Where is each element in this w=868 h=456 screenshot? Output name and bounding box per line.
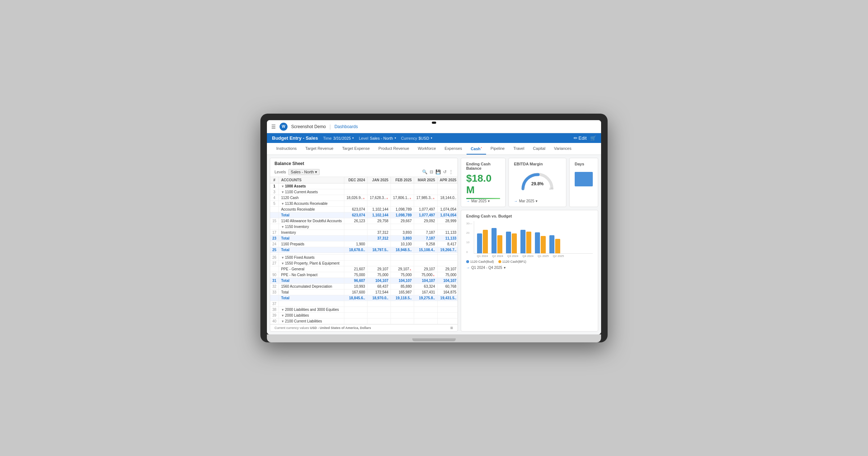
balance-sheet-title: Balance Sheet bbox=[270, 158, 458, 168]
app-name: Screenshot Demo bbox=[291, 124, 326, 129]
table-row: 26 ▼1500 Fixed Assets bbox=[270, 254, 458, 260]
table-row: 24 1160 Prepaids 1,900 10,100 9,258 8,41… bbox=[270, 241, 458, 247]
page-title: Budget Entry - Sales bbox=[272, 135, 318, 141]
ending-cash-card: Ending Cash Balance $18.0 M → Mar 2025 ▾ bbox=[461, 158, 506, 207]
level-filter[interactable]: Level Sales - North ▾ bbox=[359, 136, 396, 140]
ebitda-title: EBITDA Margin bbox=[514, 162, 561, 166]
ending-cash-period[interactable]: Mar 2025 bbox=[471, 199, 486, 203]
cash-area bbox=[466, 196, 500, 199]
gauge-svg: 29.8% 0 100 bbox=[519, 170, 556, 191]
tab-target-revenue[interactable]: Target Revenue bbox=[301, 143, 338, 154]
ebitda-chevron: ▾ bbox=[536, 199, 537, 203]
bar-cash-bp1-q2-2024[interactable] bbox=[497, 235, 502, 253]
level-value: Sales - North bbox=[370, 136, 393, 140]
bar-cash-bud-q1-2024[interactable] bbox=[477, 233, 482, 253]
tab-dot: • bbox=[481, 146, 482, 149]
chart-footer: → Q1 2024 - Q4 2025 ▾ bbox=[466, 266, 593, 270]
period-chevron: ▾ bbox=[488, 199, 490, 203]
ebitda-period[interactable]: Mar 2025 bbox=[519, 199, 534, 203]
tab-workforce[interactable]: Workforce bbox=[413, 143, 440, 154]
table-row: 38 ▼2000 Liabilities and 3000 Equities bbox=[270, 307, 458, 312]
tab-pipeline[interactable]: Pipeline bbox=[486, 143, 509, 154]
save-icon[interactable]: 💾 bbox=[435, 169, 441, 174]
table-row: 37 bbox=[270, 301, 458, 307]
arrow-icon: → bbox=[466, 199, 470, 203]
laptop-frame: ☰ W Screenshot Demo | Dashboards Budget … bbox=[260, 114, 608, 342]
levels-dropdown[interactable]: Sales - North ▾ bbox=[288, 169, 320, 175]
bar-cash-bud-q1-2025[interactable] bbox=[535, 232, 540, 253]
currency-value: $USD bbox=[418, 136, 429, 140]
table-row: Total 18,845.6.. 18,970.0.. 19,118.5.. 1… bbox=[270, 295, 458, 301]
balance-sheet-toolbar: Levels Sales - North ▾ 🔍 ⊟ 💾 ↺ ⋮ bbox=[270, 168, 458, 177]
hamburger-menu[interactable]: ☰ bbox=[271, 124, 276, 130]
time-value: 3/31/2025 bbox=[333, 136, 351, 140]
pencil-icon: ✏ bbox=[574, 135, 578, 141]
dashboards-link[interactable]: Dashboards bbox=[335, 124, 358, 129]
bar-cash-bud-q3-2024[interactable] bbox=[506, 232, 511, 253]
y-label-10: 10 bbox=[466, 241, 472, 244]
currency-footer-label: Current currency values USD - United Sta… bbox=[275, 326, 371, 330]
chart-period[interactable]: Q1 2024 - Q4 2025 bbox=[471, 266, 502, 270]
tab-expenses[interactable]: Expenses bbox=[440, 143, 466, 154]
table-row: Accounts Receivable 623,074 1,102,144 1,… bbox=[270, 206, 458, 212]
y-label-30: 30— bbox=[466, 222, 472, 225]
tab-target-expense[interactable]: Target Expense bbox=[338, 143, 374, 154]
bar-cash-bp1-q4-2024[interactable] bbox=[526, 232, 531, 253]
legend-dot-blue bbox=[466, 260, 469, 263]
refresh-icon[interactable]: ↺ bbox=[443, 169, 447, 174]
bar-cash-bp1-q2-2025[interactable] bbox=[555, 239, 560, 253]
col-apr2025: APR 2025 bbox=[437, 177, 458, 183]
nav-separator: | bbox=[329, 124, 331, 130]
table-row: 33 Total 167,600 172,544 165,987 167,431… bbox=[270, 289, 458, 295]
bar-cash-bp1-q1-2024[interactable] bbox=[483, 230, 488, 253]
table-row: 17 Inventory 37,312 3,893 7,187 11,133 bbox=[270, 229, 458, 235]
chart-arrow: → bbox=[466, 266, 470, 270]
header-bar: Budget Entry - Sales Time 3/31/2025 ▾ Le… bbox=[267, 133, 601, 143]
toolbar-icons: 🔍 ⊟ 💾 ↺ ⋮ bbox=[422, 169, 453, 174]
bar-cash-bud-q2-2025[interactable] bbox=[549, 235, 554, 253]
currency-filter[interactable]: Currency $USD ▾ bbox=[401, 136, 432, 140]
table-row: Total 623,074 1,102,144 1,098,789 1,077,… bbox=[270, 212, 458, 218]
tab-product-revenue[interactable]: Product Revenue bbox=[374, 143, 413, 154]
balance-table: # ACCOUNTS DEC 2024 JAN 2025 FEB 2025 MA… bbox=[270, 177, 458, 324]
level-label: Level bbox=[359, 136, 368, 140]
x-label-q1-2025: Q1 2025 bbox=[537, 254, 549, 258]
chart-inner: Q1 2024 Q2 2024 Q3 2024 Q4 2024 Q1 2025 … bbox=[474, 221, 593, 258]
col-dec2024: DEC 2024 bbox=[344, 177, 367, 183]
tab-cash[interactable]: Cash• bbox=[467, 143, 486, 155]
bar-cash-bp1-q1-2025[interactable] bbox=[541, 236, 546, 253]
more-icon[interactable]: ⋮ bbox=[449, 169, 453, 174]
level-chevron: ▾ bbox=[395, 136, 396, 140]
bar-group-q1-2024 bbox=[477, 230, 488, 253]
x-label-q4-2024: Q4 2024 bbox=[522, 254, 534, 258]
edit-button[interactable]: ✏ Edit bbox=[574, 135, 587, 141]
bar-cash-bud-q4-2024[interactable] bbox=[520, 230, 526, 253]
legend-cash-bp1: 1120 Cash(BP1) bbox=[498, 260, 527, 263]
levels-chevron: ▾ bbox=[315, 170, 317, 174]
table-row: 90 PPE - No Cash Impact 75,000 75,000 75… bbox=[270, 272, 458, 278]
x-label-q2-2024: Q2 2024 bbox=[492, 254, 503, 258]
tab-travel[interactable]: Travel bbox=[509, 143, 528, 154]
tab-capital[interactable]: Capital bbox=[529, 143, 550, 154]
col-jan2025: JAN 2025 bbox=[367, 177, 391, 183]
x-label-q2-2025: Q2 2025 bbox=[553, 254, 564, 258]
filter-icon[interactable]: ⊟ bbox=[430, 169, 433, 174]
edit-label: Edit bbox=[579, 135, 587, 141]
tab-instructions[interactable]: Instructions bbox=[272, 143, 301, 154]
chart-area: 30— 20 10 0 bbox=[466, 221, 593, 258]
bar-group-q3-2024 bbox=[506, 232, 517, 253]
cart-button[interactable]: 🛒 bbox=[590, 135, 596, 141]
main-content: Balance Sheet Levels Sales - North ▾ 🔍 ⊟… bbox=[267, 155, 601, 334]
table-row: 4 1120 Cash 18,026.9..▲ 17,628.3..▲ 17,8… bbox=[270, 195, 458, 200]
tab-variances[interactable]: Variances bbox=[550, 143, 576, 154]
svg-text:29.8%: 29.8% bbox=[531, 181, 544, 186]
svg-text:0: 0 bbox=[523, 187, 524, 190]
bar-cash-bud-q2-2024[interactable] bbox=[492, 228, 497, 253]
col-feb2025: FEB 2025 bbox=[391, 177, 414, 183]
time-filter[interactable]: Time 3/31/2025 ▾ bbox=[323, 136, 354, 140]
bar-cash-bp1-q3-2024[interactable] bbox=[512, 233, 517, 253]
search-icon[interactable]: 🔍 bbox=[422, 169, 427, 174]
x-label-q1-2024: Q1 2024 bbox=[477, 254, 488, 258]
col-accounts: ACCOUNTS bbox=[279, 177, 344, 183]
bar-group-q1-2025 bbox=[535, 232, 546, 253]
